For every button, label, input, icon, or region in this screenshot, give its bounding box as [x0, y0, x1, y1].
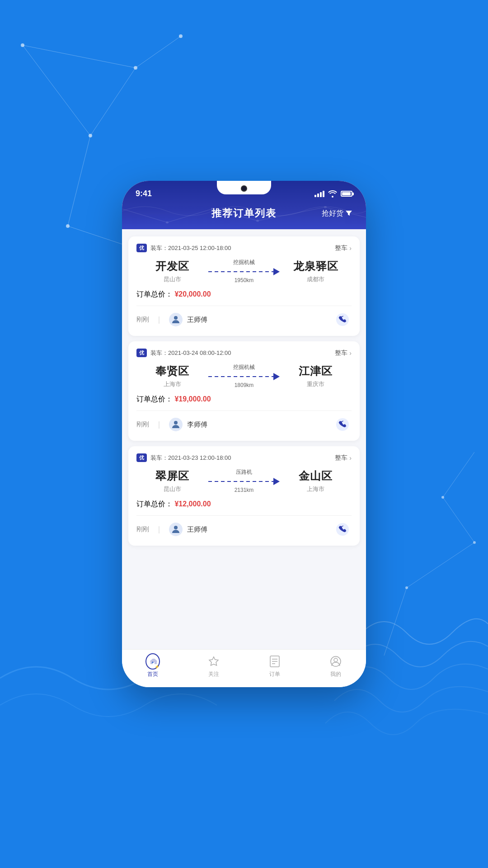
bottom-nav: ⚡ 首页 关注 订单 — [122, 649, 366, 687]
to-city-3: 金山区 上海市 — [280, 469, 352, 493]
app-header: 推荐订单列表 抢好货 — [122, 202, 366, 229]
order-type-2: 整车 — [335, 349, 347, 357]
price-value-3: ¥12,000.00 — [174, 500, 211, 508]
price-section-3: 订单总价： ¥12,000.00 — [136, 500, 352, 509]
priority-badge-1: 优 — [136, 244, 147, 252]
svg-point-15 — [405, 586, 408, 589]
svg-point-10 — [179, 34, 183, 38]
order-card-3[interactable]: 优 装车：2021-03-23 12:00-18:00 整车 › 翠屏区 昆山市… — [128, 446, 360, 546]
chevron-right-icon-3: › — [349, 454, 352, 462]
card-header-1: 优 装车：2021-03-25 12:00-18:00 整车 › — [136, 244, 352, 252]
nav-item-follow[interactable]: 关注 — [183, 654, 244, 678]
cargo-type-1: 挖掘机械 — [233, 259, 255, 266]
to-city-2: 江津区 重庆市 — [280, 364, 352, 388]
distance-1: 1950km — [235, 277, 254, 283]
home-icon: ⚡ — [145, 653, 160, 670]
svg-point-27 — [174, 316, 178, 320]
price-label-2: 订单总价： — [136, 395, 173, 403]
price-section-1: 订单总价： ¥20,000.00 — [136, 290, 352, 299]
card-header-2: 优 装车：2021-03-24 08:00-12:00 整车 › — [136, 349, 352, 357]
driver-time-2: 刚刚 — [136, 420, 149, 429]
svg-point-16 — [473, 541, 476, 544]
to-city-1: 龙泉驿区 成都市 — [280, 259, 352, 283]
order-card-1[interactable]: 优 装车：2021-03-25 12:00-18:00 整车 › 开发区 昆山市… — [128, 236, 360, 336]
svg-line-20 — [212, 209, 258, 221]
priority-badge-3: 优 — [136, 453, 147, 462]
nav-label-orders: 订单 — [269, 670, 280, 678]
route-arrow-2 — [208, 373, 280, 380]
order-type-3: 整车 — [335, 454, 347, 462]
status-time: 9:41 — [136, 189, 152, 198]
price-label-1: 订单总价： — [136, 290, 173, 298]
driver-name-2: 李师傅 — [187, 420, 207, 429]
action-label: 抢好货 — [322, 209, 343, 218]
price-value-2: ¥19,000.00 — [174, 395, 211, 403]
priority-badge-2: 优 — [136, 349, 147, 357]
orders-list[interactable]: 优 装车：2021-03-25 12:00-18:00 整车 › 开发区 昆山市… — [122, 229, 366, 649]
wifi-icon — [328, 190, 337, 198]
distance-2: 1809km — [235, 382, 254, 388]
cargo-type-2: 挖掘机械 — [233, 363, 255, 371]
driver-avatar-2 — [169, 418, 183, 431]
card-header-3: 优 装车：2021-03-23 12:00-18:00 整车 › — [136, 453, 352, 462]
price-value-1: ¥20,000.00 — [174, 290, 211, 298]
driver-name-3: 王师傅 — [187, 525, 207, 534]
driver-avatar-3 — [169, 523, 183, 536]
svg-point-29 — [174, 421, 178, 425]
route-middle-1: 挖掘机械 1950km — [208, 259, 280, 283]
price-label-3: 订单总价： — [136, 500, 173, 508]
nav-item-mine[interactable]: 我的 — [305, 654, 366, 678]
phone-frame: 9:41 — [122, 181, 366, 687]
svg-point-7 — [89, 134, 92, 137]
svg-line-13 — [384, 588, 407, 656]
svg-point-38 — [334, 658, 338, 662]
svg-point-26 — [324, 206, 327, 208]
driver-time-1: 刚刚 — [136, 316, 149, 324]
route-arrow-1 — [208, 268, 280, 275]
route-middle-3: 压路机 2131km — [208, 468, 280, 493]
chevron-right-icon-1: › — [349, 245, 352, 252]
svg-line-3 — [90, 68, 136, 136]
notch — [217, 181, 271, 194]
battery-icon — [341, 191, 352, 197]
driver-section-3: 刚刚 ｜ 王师傅 — [136, 515, 352, 538]
follow-icon — [207, 655, 220, 668]
phone-button-2[interactable] — [333, 415, 352, 434]
phone-icon-2 — [336, 418, 349, 431]
driver-section-1: 刚刚 ｜ 王师傅 — [136, 306, 352, 329]
load-time-2: 装车：2021-03-24 08:00-12:00 — [150, 349, 231, 357]
notch-camera — [241, 185, 247, 192]
svg-point-24 — [211, 208, 214, 210]
mine-icon — [329, 655, 342, 668]
phone-top: 9:41 — [122, 181, 366, 229]
svg-line-21 — [258, 207, 325, 221]
load-time-1: 装车：2021-03-25 12:00-18:00 — [150, 244, 231, 252]
svg-point-9 — [134, 66, 137, 70]
svg-line-19 — [167, 209, 212, 222]
svg-line-11 — [407, 542, 474, 588]
chevron-right-icon-2: › — [349, 349, 352, 357]
distance-3: 2131km — [235, 487, 254, 493]
route-arrow-3 — [208, 478, 280, 485]
order-type-1: 整车 — [335, 244, 347, 252]
svg-line-18 — [122, 209, 167, 222]
phone-button-3[interactable] — [333, 520, 352, 538]
load-time-3: 装车：2021-03-23 12:00-18:00 — [150, 454, 231, 462]
cargo-type-3: 压路机 — [236, 468, 252, 476]
svg-line-4 — [136, 36, 181, 68]
nav-item-home[interactable]: ⚡ 首页 — [122, 654, 183, 678]
signal-icon — [314, 191, 324, 197]
svg-line-14 — [443, 452, 474, 497]
svg-line-1 — [68, 136, 90, 226]
svg-point-31 — [174, 526, 178, 529]
nav-label-mine: 我的 — [330, 670, 341, 678]
order-card-2[interactable]: 优 装车：2021-03-24 08:00-12:00 整车 › 奉贤区 上海市… — [128, 341, 360, 441]
nav-label-home: 首页 — [147, 670, 158, 678]
svg-point-23 — [166, 222, 169, 224]
header-action-button[interactable]: 抢好货 — [322, 209, 352, 218]
from-city-3: 翠屏区 昆山市 — [136, 469, 208, 493]
price-section-2: 订单总价： ¥19,000.00 — [136, 395, 352, 404]
phone-button-1[interactable] — [333, 311, 352, 329]
driver-section-2: 刚刚 ｜ 李师傅 — [136, 410, 352, 434]
nav-item-orders[interactable]: 订单 — [244, 654, 305, 678]
